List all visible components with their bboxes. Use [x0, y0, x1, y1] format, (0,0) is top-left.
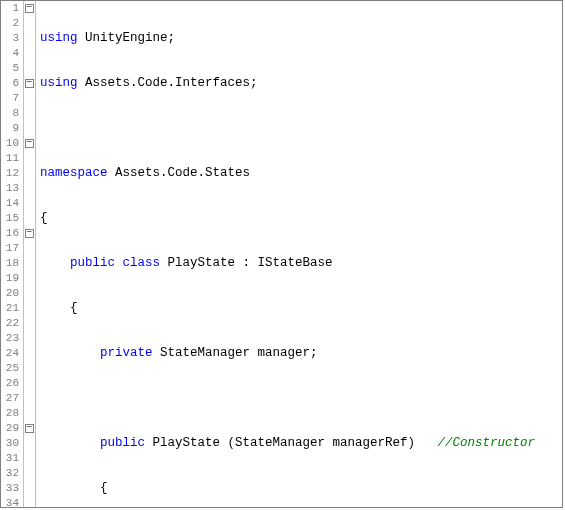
fold-spacer	[24, 391, 35, 406]
fold-spacer	[24, 181, 35, 196]
code-line[interactable]: private StateManager manager;	[40, 346, 535, 361]
fold-spacer	[24, 496, 35, 510]
line-number-gutter: 1234567891011121314151617181920212223242…	[1, 1, 24, 507]
code-area[interactable]: using UnityEngine; using Assets.Code.Int…	[36, 1, 535, 507]
line-number: 5	[1, 61, 21, 76]
line-number: 15	[1, 211, 21, 226]
line-number: 31	[1, 451, 21, 466]
code-text: PlayState (StateManager managerRef)	[145, 436, 438, 450]
code-text	[40, 346, 100, 360]
fold-toggle-icon[interactable]	[24, 76, 35, 91]
line-number: 30	[1, 436, 21, 451]
code-text: Assets.Code.Interfaces;	[78, 76, 258, 90]
line-number: 24	[1, 346, 21, 361]
fold-spacer	[24, 301, 35, 316]
line-number: 26	[1, 376, 21, 391]
fold-toggle-icon[interactable]	[24, 1, 35, 16]
line-number: 16	[1, 226, 21, 241]
line-number: 21	[1, 301, 21, 316]
fold-spacer	[24, 121, 35, 136]
line-number: 1	[1, 1, 21, 16]
line-number: 28	[1, 406, 21, 421]
fold-spacer	[24, 406, 35, 421]
code-line[interactable]: using UnityEngine;	[40, 31, 535, 46]
line-number: 6	[1, 76, 21, 91]
line-number: 13	[1, 181, 21, 196]
line-number: 11	[1, 151, 21, 166]
line-number: 17	[1, 241, 21, 256]
line-number: 25	[1, 361, 21, 376]
code-line[interactable]: {	[40, 211, 535, 226]
code-text: {	[40, 301, 78, 315]
line-number: 14	[1, 196, 21, 211]
fold-spacer	[24, 31, 35, 46]
code-text	[40, 256, 70, 270]
keyword: private	[100, 346, 153, 360]
code-text: StateManager manager;	[153, 346, 318, 360]
fold-spacer	[24, 346, 35, 361]
line-number: 18	[1, 256, 21, 271]
keyword: class	[123, 256, 161, 270]
code-line[interactable]: namespace Assets.Code.States	[40, 166, 535, 181]
code-text	[40, 436, 100, 450]
fold-spacer	[24, 16, 35, 31]
fold-spacer	[24, 481, 35, 496]
fold-spacer	[24, 256, 35, 271]
code-text: {	[40, 481, 108, 495]
fold-spacer	[24, 271, 35, 286]
code-text: Assets.Code.States	[108, 166, 251, 180]
fold-spacer	[24, 211, 35, 226]
comment: //Constructor	[438, 436, 536, 450]
code-line[interactable]: {	[40, 481, 535, 496]
fold-spacer	[24, 106, 35, 121]
fold-spacer	[24, 361, 35, 376]
line-number: 10	[1, 136, 21, 151]
line-number: 9	[1, 121, 21, 136]
code-editor[interactable]: 1234567891011121314151617181920212223242…	[0, 0, 563, 508]
code-line[interactable]: {	[40, 301, 535, 316]
line-number: 19	[1, 271, 21, 286]
line-number: 2	[1, 16, 21, 31]
line-number: 4	[1, 46, 21, 61]
line-number: 27	[1, 391, 21, 406]
line-number: 12	[1, 166, 21, 181]
line-number: 3	[1, 31, 21, 46]
line-number: 8	[1, 106, 21, 121]
fold-toggle-icon[interactable]	[24, 421, 35, 436]
fold-spacer	[24, 316, 35, 331]
fold-spacer	[24, 61, 35, 76]
fold-column[interactable]	[24, 1, 36, 507]
fold-spacer	[24, 241, 35, 256]
line-number: 22	[1, 316, 21, 331]
keyword: using	[40, 76, 78, 90]
fold-spacer	[24, 451, 35, 466]
line-number: 20	[1, 286, 21, 301]
code-text	[115, 256, 123, 270]
code-text: PlayState : IStateBase	[160, 256, 333, 270]
keyword: public	[70, 256, 115, 270]
code-text: UnityEngine;	[78, 31, 176, 45]
fold-spacer	[24, 466, 35, 481]
fold-spacer	[24, 436, 35, 451]
fold-spacer	[24, 91, 35, 106]
code-line[interactable]: using Assets.Code.Interfaces;	[40, 76, 535, 91]
fold-spacer	[24, 46, 35, 61]
fold-toggle-icon[interactable]	[24, 136, 35, 151]
fold-toggle-icon[interactable]	[24, 226, 35, 241]
line-number: 34	[1, 496, 21, 510]
code-line[interactable]: public class PlayState : IStateBase	[40, 256, 535, 271]
code-line[interactable]	[40, 121, 535, 136]
line-number: 23	[1, 331, 21, 346]
line-number: 32	[1, 466, 21, 481]
line-number: 29	[1, 421, 21, 436]
fold-spacer	[24, 151, 35, 166]
code-line[interactable]	[40, 391, 535, 406]
fold-spacer	[24, 331, 35, 346]
code-line[interactable]: public PlayState (StateManager managerRe…	[40, 436, 535, 451]
keyword: public	[100, 436, 145, 450]
fold-spacer	[24, 196, 35, 211]
fold-spacer	[24, 286, 35, 301]
keyword: namespace	[40, 166, 108, 180]
fold-spacer	[24, 376, 35, 391]
code-text: {	[40, 211, 48, 225]
